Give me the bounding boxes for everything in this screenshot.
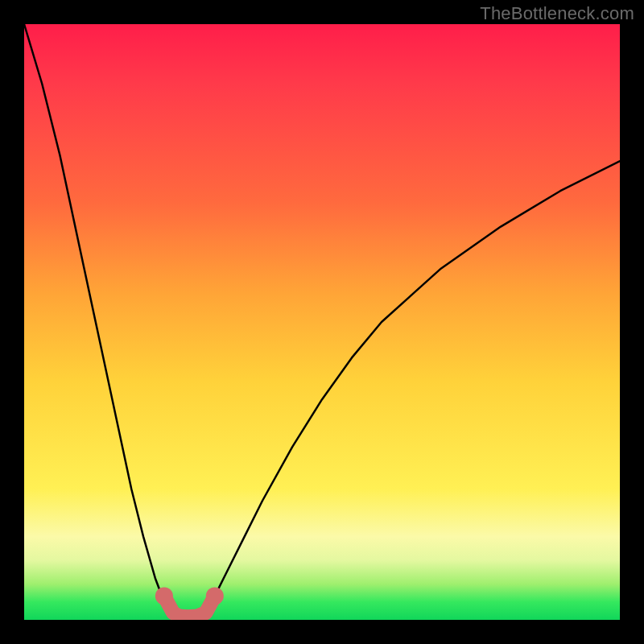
chart-canvas: TheBottleneck.com bbox=[0, 0, 644, 644]
plot-area bbox=[24, 24, 620, 620]
optimal-marker-endcap bbox=[155, 587, 173, 605]
watermark-text: TheBottleneck.com bbox=[480, 3, 634, 24]
optimal-marker-endcap bbox=[206, 587, 224, 605]
bottleneck-curve bbox=[24, 24, 620, 617]
curve-layer bbox=[24, 24, 620, 620]
